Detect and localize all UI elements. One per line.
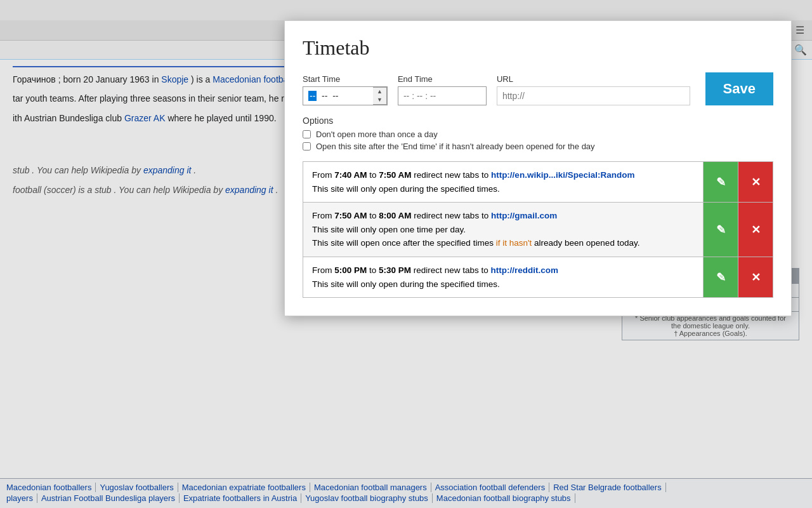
option-1-checkbox[interactable] bbox=[303, 130, 311, 138]
schedule-1-delete-button[interactable]: ✕ bbox=[738, 162, 773, 202]
url-group: URL bbox=[497, 74, 690, 105]
option-2-label: Open this site after the 'End time' if i… bbox=[316, 142, 595, 151]
end-time-label: End Time bbox=[398, 74, 487, 84]
schedule-1-url[interactable]: http://en.wikip...iki/Special:Random bbox=[491, 170, 635, 180]
schedule-item-2-times: From 7:50 AM to 8:00 AM redirect new tab… bbox=[312, 209, 694, 223]
timetab-title: Timetab bbox=[303, 36, 773, 60]
start-time-spinner[interactable]: ▲ ▼ bbox=[373, 87, 387, 105]
schedule-item-1-desc: This site will only open during the spec… bbox=[312, 182, 694, 196]
delete-icon-1: ✕ bbox=[751, 175, 761, 189]
option-2-checkbox[interactable] bbox=[303, 142, 311, 150]
edit-icon-3: ✎ bbox=[716, 271, 726, 284]
start-time-display: -- -- -- ▲ ▼ bbox=[303, 86, 388, 105]
url-input[interactable] bbox=[497, 86, 690, 105]
schedule-2-orange-text: if it hasn't bbox=[496, 238, 532, 248]
schedule-item-3-times: From 5:00 PM to 5:30 PM redirect new tab… bbox=[312, 264, 694, 277]
save-button[interactable]: Save bbox=[705, 72, 773, 105]
end-time-group: End Time bbox=[398, 74, 487, 105]
schedule-list: From 7:40 AM to 7:50 AM redirect new tab… bbox=[303, 161, 773, 298]
schedule-2-edit-button[interactable]: ✎ bbox=[703, 203, 738, 257]
schedule-item-2-content: From 7:50 AM to 8:00 AM redirect new tab… bbox=[303, 203, 703, 257]
schedule-2-to: 8:00 AM bbox=[379, 211, 411, 220]
schedule-item-3: From 5:00 PM to 5:30 PM redirect new tab… bbox=[303, 257, 773, 297]
schedule-1-from: 7:40 AM bbox=[334, 170, 367, 180]
start-time-down[interactable]: ▼ bbox=[373, 96, 386, 104]
start-time-up[interactable]: ▲ bbox=[373, 88, 386, 96]
schedule-3-from: 5:00 PM bbox=[334, 265, 367, 275]
options-title: Options bbox=[303, 116, 773, 126]
start-time-group: Start Time -- -- -- ▲ ▼ bbox=[303, 74, 388, 105]
option-1-label: Don't open more than once a day bbox=[316, 130, 438, 139]
schedule-1-edit-button[interactable]: ✎ bbox=[703, 162, 738, 202]
option-row-2: Open this site after the 'End time' if i… bbox=[303, 142, 773, 151]
option-row-1: Don't open more than once a day bbox=[303, 130, 773, 139]
schedule-item-2-desc2: This site will open once after the speci… bbox=[312, 236, 694, 250]
edit-icon-2: ✎ bbox=[716, 223, 726, 237]
start-time-label: Start Time bbox=[303, 74, 388, 84]
edit-icon-1: ✎ bbox=[716, 175, 726, 189]
schedule-2-delete-button[interactable]: ✕ bbox=[738, 203, 773, 257]
schedule-1-to: 7:50 AM bbox=[379, 170, 411, 180]
end-time-input[interactable] bbox=[398, 86, 487, 105]
schedule-item-1-content: From 7:40 AM to 7:50 AM redirect new tab… bbox=[303, 162, 703, 202]
options-section: Options Don't open more than once a day … bbox=[303, 116, 773, 151]
schedule-item-2: From 7:50 AM to 8:00 AM redirect new tab… bbox=[303, 203, 773, 257]
schedule-item-3-content: From 5:00 PM to 5:30 PM redirect new tab… bbox=[303, 257, 703, 297]
schedule-item-1-times: From 7:40 AM to 7:50 AM redirect new tab… bbox=[312, 168, 694, 182]
schedule-3-url[interactable]: http://reddit.com bbox=[490, 265, 558, 275]
schedule-3-delete-button[interactable]: ✕ bbox=[738, 257, 773, 297]
schedule-3-to: 5:30 PM bbox=[379, 265, 411, 275]
start-time-input[interactable]: -- -- -- bbox=[303, 87, 373, 105]
delete-icon-2: ✕ bbox=[751, 223, 761, 237]
url-label: URL bbox=[497, 74, 690, 84]
delete-icon-3: ✕ bbox=[751, 271, 761, 284]
schedule-item-3-desc: This site will only open during the spec… bbox=[312, 277, 694, 291]
schedule-2-from: 7:50 AM bbox=[334, 211, 367, 220]
schedule-2-url[interactable]: http://gmail.com bbox=[491, 211, 557, 220]
timetab-form-row: Start Time -- -- -- ▲ ▼ End Time URL Sav… bbox=[303, 72, 773, 105]
schedule-item-1: From 7:40 AM to 7:50 AM redirect new tab… bbox=[303, 162, 773, 203]
schedule-3-edit-button[interactable]: ✎ bbox=[703, 257, 738, 297]
schedule-item-2-desc1: This site will only open one time per da… bbox=[312, 223, 694, 237]
timetab-popup: Timetab Start Time -- -- -- ▲ ▼ End Time… bbox=[284, 20, 792, 316]
